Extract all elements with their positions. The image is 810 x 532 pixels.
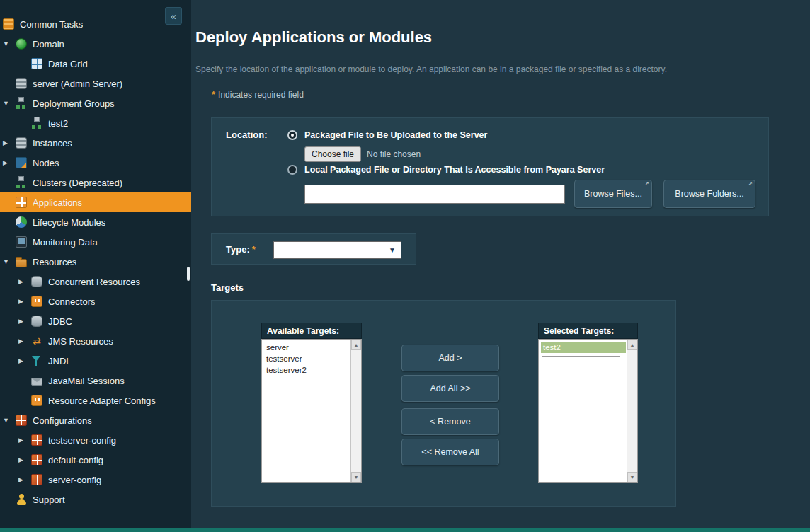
globe-icon bbox=[16, 38, 27, 50]
tree-toggle-icon[interactable]: ▶ bbox=[18, 337, 31, 345]
tree-toggle-icon[interactable]: ▶ bbox=[18, 456, 31, 463]
tree-toggle-icon[interactable]: ▼ bbox=[3, 417, 16, 424]
sidebar-item-javamail-sessions[interactable]: JavaMail Sessions bbox=[0, 371, 191, 391]
tree-toggle-icon[interactable]: ▶ bbox=[18, 436, 31, 444]
sidebar-item-testserver-config[interactable]: ▶ testserver-config bbox=[0, 430, 191, 450]
sidebar-item-label: Clusters (Deprecated) bbox=[33, 178, 122, 188]
scroll-track[interactable] bbox=[627, 350, 637, 472]
scroll-down-icon[interactable]: ▼ bbox=[351, 472, 361, 482]
sidebar-item-concurrent-resources[interactable]: ▶ Concurrent Resources bbox=[0, 272, 191, 291]
sidebar-item-label: server-config bbox=[48, 475, 101, 485]
upload-file-radio[interactable] bbox=[287, 130, 297, 140]
tree-toggle-icon[interactable]: ▶ bbox=[18, 318, 31, 325]
sidebar-item-label: Common Tasks bbox=[20, 19, 83, 30]
tree-toggle-icon[interactable]: ▶ bbox=[18, 278, 31, 285]
cluster-icon bbox=[16, 177, 27, 188]
mail-icon bbox=[31, 378, 42, 386]
sidebar-item-jms-resources[interactable]: ▶ JMS Resources bbox=[0, 331, 191, 351]
browse-folders-label: Browse Folders... bbox=[675, 189, 743, 199]
type-row: Type: * ▼ bbox=[211, 233, 416, 265]
external-link-icon: ↗ bbox=[748, 181, 753, 187]
required-note-text: Indicates required field bbox=[218, 90, 304, 100]
scroll-down-icon[interactable]: ▼ bbox=[627, 472, 637, 482]
sidebar-item-label: Resource Adapter Configs bbox=[48, 395, 156, 406]
tree-toggle-icon[interactable]: ▶ bbox=[18, 298, 31, 305]
tree-toggle-icon[interactable]: ▶ bbox=[18, 357, 31, 364]
sidebar-item-lifecycle-modules[interactable]: Lifecycle Modules bbox=[0, 212, 191, 232]
available-targets-list[interactable]: servertestservertestserver2 ▲ ▼ bbox=[261, 339, 362, 483]
sidebar-item-instances[interactable]: ▶ Instances bbox=[0, 133, 191, 153]
sidebar-item-resource-adapter-configs[interactable]: Resource Adapter Configs bbox=[0, 391, 191, 410]
sidebar-item-data-grid[interactable]: Data Grid bbox=[0, 54, 191, 74]
browse-files-button[interactable]: Browse Files... ↗ bbox=[574, 180, 652, 208]
targets-panel: Available Targets: servertestservertests… bbox=[211, 300, 676, 507]
target-option[interactable]: server bbox=[264, 342, 350, 353]
sidebar-item-deployment-groups[interactable]: ▼ Deployment Groups bbox=[0, 93, 191, 113]
remove-all-button[interactable]: << Remove All bbox=[401, 439, 499, 466]
sidebar-item-test2[interactable]: test2 bbox=[0, 113, 191, 133]
type-select[interactable]: ▼ bbox=[273, 241, 401, 259]
sidebar-item-jndi[interactable]: ▶ JNDI bbox=[0, 351, 191, 371]
config-icon bbox=[16, 415, 27, 426]
target-option[interactable]: test2 bbox=[541, 342, 626, 353]
sidebar-item-nodes[interactable]: ▶ Nodes bbox=[0, 153, 191, 173]
local-option-label: Local Packaged File or Directory That Is… bbox=[304, 165, 605, 175]
available-targets-label: Available Targets: bbox=[261, 323, 362, 339]
available-list-scrollbar[interactable]: ▲ ▼ bbox=[350, 340, 361, 482]
sidebar-item-jdbc[interactable]: ▶ JDBC bbox=[0, 311, 191, 331]
sidebar-item-connectors[interactable]: ▶ Connectors bbox=[0, 291, 191, 311]
sidebar-item-configurations[interactable]: ▼ Configurations bbox=[0, 410, 191, 430]
sidebar-item-server-admin-server[interactable]: server (Admin Server) bbox=[0, 74, 191, 93]
tree-toggle-icon[interactable]: ▼ bbox=[3, 258, 16, 265]
tasks-icon bbox=[3, 18, 14, 30]
sidebar-item-label: Configurations bbox=[33, 415, 92, 426]
page-description: Specify the location of the application … bbox=[195, 64, 667, 74]
selected-list-scrollbar[interactable]: ▲ ▼ bbox=[627, 340, 637, 482]
required-star-icon: * bbox=[212, 89, 215, 100]
sidebar-item-label: Deployment Groups bbox=[33, 98, 115, 109]
type-label: Type: bbox=[226, 244, 250, 255]
tree-toggle-icon[interactable]: ▶ bbox=[3, 139, 16, 146]
db-icon bbox=[31, 276, 42, 287]
selected-targets-options: test2 bbox=[539, 340, 626, 357]
browse-folders-button[interactable]: Browse Folders... ↗ bbox=[663, 180, 755, 208]
selected-targets-list[interactable]: test2 ▲ ▼ bbox=[538, 339, 638, 483]
sidebar-item-server-config[interactable]: ▶ server-config bbox=[0, 470, 191, 490]
sidebar-item-resources[interactable]: ▼ Resources bbox=[0, 252, 191, 272]
local-file-radio[interactable] bbox=[287, 165, 297, 175]
sidebar-item-clusters-deprecated[interactable]: Clusters (Deprecated) bbox=[0, 173, 191, 192]
add-all-button[interactable]: Add All >> bbox=[401, 375, 499, 402]
choose-file-button[interactable]: Choose file bbox=[304, 146, 361, 162]
path-input[interactable] bbox=[304, 185, 565, 204]
node-icon bbox=[16, 157, 27, 168]
server-icon bbox=[16, 78, 27, 89]
targets-buttons: Add >Add All >>< Remove<< Remove All bbox=[401, 345, 499, 469]
collapse-sidebar-button[interactable]: « bbox=[165, 7, 182, 25]
scroll-track[interactable] bbox=[351, 350, 361, 472]
sidebar-item-monitoring-data[interactable]: Monitoring Data bbox=[0, 232, 191, 252]
sidebar-item-applications[interactable]: Applications bbox=[0, 192, 191, 212]
sidebar-item-common-tasks[interactable]: Common Tasks bbox=[0, 14, 191, 34]
sidebar-item-default-config[interactable]: ▶ default-config bbox=[0, 450, 191, 470]
tree-toggle-icon[interactable]: ▼ bbox=[3, 40, 16, 47]
sidebar-item-label: JNDI bbox=[48, 356, 69, 366]
target-option[interactable]: testserver2 bbox=[264, 364, 350, 376]
tree-toggle-icon[interactable]: ▶ bbox=[18, 476, 31, 483]
sidebar-item-label: test2 bbox=[48, 118, 68, 129]
add-button[interactable]: Add > bbox=[401, 345, 499, 371]
sidebar-item-label: Connectors bbox=[48, 296, 95, 307]
sidebar-item-label: JMS Resources bbox=[48, 336, 113, 347]
sidebar-scrollbar-thumb[interactable] bbox=[187, 267, 190, 281]
sidebar: Common Tasks ▼ Domain Data Grid server (… bbox=[0, 0, 191, 528]
sidebar-item-label: Lifecycle Modules bbox=[33, 217, 105, 228]
sidebar-item-domain[interactable]: ▼ Domain bbox=[0, 34, 191, 54]
scroll-up-icon[interactable]: ▲ bbox=[351, 340, 361, 350]
remove-button[interactable]: < Remove bbox=[401, 408, 499, 435]
footer-accent-bar bbox=[0, 528, 810, 532]
sidebar-item-support[interactable]: Support bbox=[0, 490, 191, 509]
tree-toggle-icon[interactable]: ▼ bbox=[3, 100, 16, 107]
scroll-up-icon[interactable]: ▲ bbox=[627, 340, 637, 350]
collapse-icon: « bbox=[171, 11, 176, 22]
tree-toggle-icon[interactable]: ▶ bbox=[3, 159, 16, 166]
target-option[interactable]: testserver bbox=[264, 353, 350, 364]
